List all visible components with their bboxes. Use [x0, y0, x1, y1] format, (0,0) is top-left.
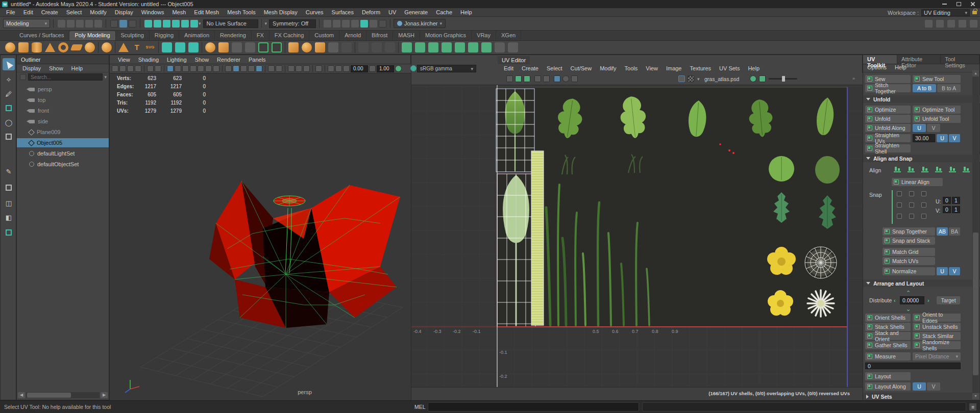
pencil-tool-icon[interactable] — [385, 42, 395, 53]
wedge-icon[interactable] — [341, 42, 352, 53]
color-management-icon[interactable] — [395, 65, 402, 72]
mel-label[interactable]: MEL — [414, 404, 426, 410]
scroll-thumb[interactable] — [973, 233, 978, 375]
main-menu-11[interactable]: Curves — [302, 9, 328, 15]
uv-editor-menu-1[interactable]: Create — [518, 65, 543, 71]
grid-toggle-icon[interactable] — [167, 65, 174, 72]
section-unfold[interactable]: Unfold — [863, 95, 980, 103]
align-center-v-icon[interactable] — [949, 166, 956, 172]
image-range-icon[interactable] — [759, 75, 766, 82]
section-align-and-snap[interactable]: Align and Snap — [863, 154, 980, 162]
checker-texture-icon[interactable] — [688, 75, 694, 82]
chevron-down-icon[interactable]: ▾ — [199, 21, 201, 26]
scroll-up-icon[interactable]: ▲ — [972, 70, 979, 76]
live-surface-field[interactable]: No Live Surface — [203, 19, 258, 28]
shelf-tab-poly-modeling[interactable]: Poly Modeling — [69, 31, 115, 40]
undo-icon[interactable] — [85, 20, 93, 28]
shelf-tab-vray[interactable]: VRay — [472, 31, 496, 40]
scroll-thumb[interactable] — [27, 393, 71, 398]
uv-editor-menu-0[interactable]: Edit — [500, 65, 518, 71]
stitch-together-button[interactable]: Stitch Together — [865, 84, 911, 92]
snap-grid-icon[interactable] — [144, 20, 152, 28]
shelf-tab-mash[interactable]: MASH — [393, 31, 420, 40]
poly-sphere-icon[interactable] — [5, 42, 15, 53]
main-menu-3[interactable]: Select — [62, 9, 86, 15]
outliner-menu-1[interactable]: Show — [45, 65, 67, 71]
wireframe-icon[interactable] — [225, 65, 232, 72]
snap-v0-field[interactable]: 0 — [943, 206, 951, 213]
viewport-menu-1[interactable]: Shading — [134, 57, 163, 63]
exposure-field[interactable]: 0.00 — [351, 65, 368, 72]
make-live-icon[interactable] — [190, 20, 198, 28]
poly-cube-icon[interactable] — [18, 42, 29, 53]
shelf-tab-bifrost[interactable]: Bifrost — [366, 31, 393, 40]
snap-mid-right-checkbox[interactable] — [921, 202, 926, 208]
outliner-item-plane009[interactable]: Plane009 — [17, 127, 109, 137]
slider-thumb[interactable] — [782, 76, 785, 82]
randomize-shells-button[interactable]: Randomize Shells — [913, 341, 961, 349]
snap-bottom-left-checkbox[interactable] — [897, 214, 902, 219]
new-scene-icon[interactable] — [58, 20, 65, 28]
shadows-icon[interactable] — [276, 65, 282, 72]
uv-distortion-icon[interactable] — [571, 75, 578, 82]
snap-and-stack-button[interactable]: Snap and Stack — [883, 237, 935, 245]
channel-box-icon[interactable] — [947, 20, 955, 28]
move-tool-button[interactable] — [3, 102, 15, 114]
filter-icon[interactable] — [20, 74, 26, 80]
sculpt-tool-icon[interactable] — [162, 42, 172, 53]
extrude-icon[interactable] — [218, 42, 229, 53]
shelf-tab-rigging[interactable]: Rigging — [150, 31, 179, 40]
boolean-intersection-icon[interactable] — [428, 42, 438, 53]
snap-u1-field[interactable]: 1 — [952, 197, 960, 204]
shelf-tab-curves-surfaces[interactable]: Curves / Surfaces — [14, 31, 69, 40]
bookmark-icon[interactable] — [127, 65, 134, 72]
uv-smudge-tool-button[interactable] — [3, 182, 15, 194]
xray-joints-icon[interactable] — [335, 65, 342, 72]
main-menu-5[interactable]: Display — [111, 9, 137, 15]
uv-grid-tool-button[interactable] — [3, 226, 15, 239]
symmetrize-icon[interactable] — [272, 42, 282, 53]
unfold-v-button[interactable]: V — [927, 124, 940, 132]
uv-editor-menu-4[interactable]: Modify — [596, 65, 620, 71]
viewport-menu-4[interactable]: Renderer — [213, 57, 244, 63]
attribute-editor-icon[interactable] — [959, 20, 966, 28]
pencil-curve-icon[interactable] — [358, 42, 369, 53]
viewport-menu-3[interactable]: Show — [191, 57, 213, 63]
main-menu-15[interactable]: Generate — [400, 9, 432, 15]
flip-u-icon[interactable] — [506, 75, 513, 82]
outliner-item-persp[interactable]: persp — [17, 85, 109, 94]
image-dim-slider[interactable] — [769, 78, 797, 80]
target-button[interactable]: Target — [937, 296, 960, 304]
uv-editor-menu-10[interactable]: Help — [744, 65, 764, 71]
boolean-cut-out-icon[interactable] — [468, 42, 478, 53]
platonic-solid-icon[interactable] — [118, 43, 129, 52]
chevron-down-icon[interactable]: ▾ — [265, 21, 267, 26]
b-to-a-button[interactable]: B to A — [937, 84, 961, 92]
main-menu-16[interactable]: Cache — [432, 9, 456, 15]
layout-along-button[interactable]: Layout Along — [865, 382, 911, 391]
snap-bottom-center-checkbox[interactable] — [909, 214, 914, 219]
bevel-icon[interactable] — [232, 42, 242, 53]
textured-icon[interactable] — [240, 65, 247, 72]
camera-select-icon[interactable] — [112, 65, 118, 72]
snap-mid-center-checkbox[interactable] — [909, 202, 914, 208]
main-menu-6[interactable]: Windows — [137, 9, 168, 15]
update-psd-icon[interactable] — [750, 75, 756, 82]
linear-align-button[interactable]: Linear Align — [892, 178, 943, 186]
view-transform-dropdown[interactable]: sRGB gamma▾ — [417, 65, 476, 72]
uv-editor-menu-7[interactable]: Image — [662, 65, 686, 71]
main-menu-14[interactable]: UV — [384, 9, 400, 15]
layout-v-button[interactable]: V — [927, 382, 940, 391]
minimize-button[interactable] — [937, 0, 951, 8]
multi-cut-icon[interactable] — [188, 42, 199, 53]
render-settings-icon[interactable] — [351, 20, 359, 28]
outliner-item-top[interactable]: top — [17, 95, 109, 105]
select-object-icon[interactable] — [119, 20, 127, 28]
redo-icon[interactable] — [94, 20, 102, 28]
shelf-tab-animation[interactable]: Animation — [179, 31, 215, 40]
straighten-u-button[interactable]: U — [937, 134, 948, 142]
uv-editor-menu-3[interactable]: Cut/Sew — [567, 65, 596, 71]
shelf-tab-rendering[interactable]: Rendering — [215, 31, 252, 40]
uv-editor-menu-9[interactable]: UV Sets — [715, 65, 744, 71]
boolean-hole-punch-icon[interactable] — [455, 42, 465, 53]
